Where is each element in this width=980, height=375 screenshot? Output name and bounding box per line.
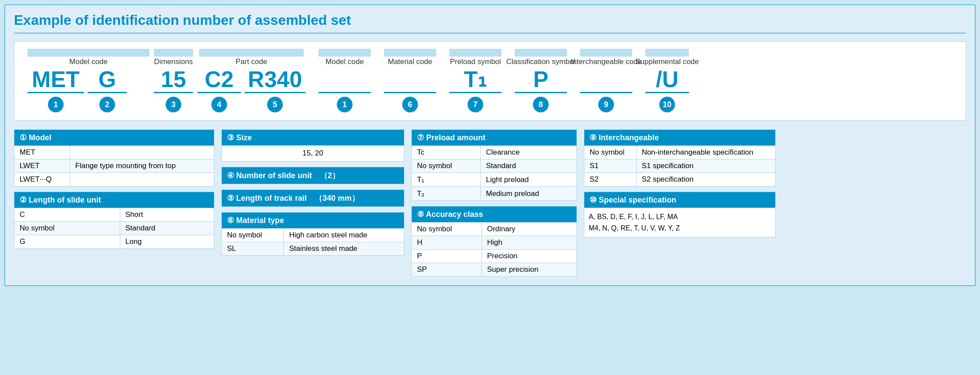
circle-number: 9	[598, 97, 614, 112]
table-cell-col1: P	[412, 250, 482, 263]
table-cell-col1: H	[412, 236, 482, 250]
table-row: MET	[14, 146, 214, 159]
table-row: SLStainless steel made	[222, 242, 404, 256]
table-cell-col1: No symbol	[412, 223, 482, 236]
table-cell-col2	[70, 146, 214, 159]
info-table-wrapper: ⑦ Preload amountTcClearanceNo symbolStan…	[411, 129, 577, 201]
info-table: ⑧ Accuracy classNo symbolOrdinaryHHighPP…	[411, 206, 577, 277]
table-row: LWETFlange type mounting from top	[14, 159, 214, 173]
info-table: ⑨ InterchangeableNo symbolNon-interchang…	[584, 129, 776, 186]
table-single-value: 15, 20	[222, 145, 404, 162]
info-table: ① ModelMETLWETFlange type mounting from …	[14, 129, 214, 186]
info-table: ③ Size15, 20	[221, 129, 404, 162]
info-table: ④ Number of slide unit （2）	[221, 167, 404, 184]
table-row: No symbolHigh carbon steel made	[222, 229, 404, 242]
info-table-wrapper: ⑩ Special specificationA, BS, D, E, F, I…	[584, 192, 776, 237]
circle-number: 4	[211, 97, 227, 112]
table-cell-col1: No symbol	[584, 146, 637, 159]
table-column-4: ⑨ InterchangeableNo symbolNon-interchang…	[584, 129, 776, 237]
table-cell-col1: SP	[412, 263, 482, 277]
code-symbol	[319, 68, 371, 93]
table-cell-col1: No symbol	[412, 159, 481, 173]
code-symbol: C2	[197, 68, 241, 93]
table-special-text: A, BS, D, E, F, I, J, L, LF, MA M4, N, Q…	[584, 208, 776, 237]
table-cell-col1: C	[14, 208, 120, 222]
table-cell-col1: Tc	[412, 146, 481, 159]
diagram-render: Model codeDimensionsPart codeModel codeM…	[27, 49, 953, 112]
table-cell-col2: High carbon steel made	[284, 229, 404, 242]
diagram-label: Interchangeable code	[570, 57, 642, 66]
table-cell-col2: Flange type mounting from top	[70, 159, 214, 173]
info-table-wrapper: ⑥ Material typeNo symbolHigh carbon stee…	[221, 212, 404, 256]
table-cell-col1: No symbol	[14, 222, 120, 235]
table-cell-col2: S1 specification	[636, 159, 775, 173]
table-header: ⑤ Length of track rail （340 mm）	[222, 190, 404, 207]
info-table: ⑦ Preload amountTcClearanceNo symbolStan…	[411, 129, 577, 201]
table-cell-col2: Super precision	[482, 263, 576, 277]
info-table-wrapper: ① ModelMETLWETFlange type mounting from …	[14, 129, 214, 186]
code-symbol: G	[88, 68, 127, 93]
table-cell-col2: Ordinary	[482, 223, 576, 236]
code-symbol	[580, 68, 632, 93]
table-row: GLong	[14, 235, 214, 249]
diagram-label: Model code	[326, 57, 364, 66]
table-cell-col1: T₂	[412, 187, 481, 201]
table-cell-col2: S2 specification	[636, 173, 775, 186]
table-header: ⑦ Preload amount	[412, 130, 577, 146]
diagram-label: Dimensions	[154, 57, 193, 66]
table-row: No symbolStandard	[14, 222, 214, 235]
table-header: ⑥ Material type	[222, 213, 404, 229]
table-header: ③ Size	[222, 130, 404, 146]
table-cell-col2: Standard	[481, 159, 577, 173]
table-cell-col2: Stainless steel made	[284, 242, 404, 256]
table-row: S1S1 specification	[584, 159, 776, 173]
table-row: T₁Light preload	[412, 173, 577, 187]
code-symbol: 15	[154, 68, 193, 93]
table-cell-col2: Non-interchangeable specification	[636, 146, 775, 159]
table-header: ④ Number of slide unit （2）	[222, 167, 404, 184]
diagram-label: Classification symbol	[506, 57, 576, 66]
diagram-label: Model code	[69, 57, 108, 66]
table-cell-col2: Medium preload	[481, 187, 577, 201]
info-table-wrapper: ⑨ InterchangeableNo symbolNon-interchang…	[584, 129, 776, 186]
table-row: PPrecision	[412, 250, 577, 263]
table-header: ⑩ Special specification	[584, 192, 776, 208]
diagram-label: Supplemental code	[635, 57, 699, 66]
circle-number: 2	[99, 97, 115, 112]
circle-number: 7	[468, 97, 483, 112]
tables-area: ① ModelMETLWETFlange type mounting from …	[14, 129, 966, 277]
info-table: ⑥ Material typeNo symbolHigh carbon stee…	[221, 212, 404, 256]
outer-container: Example of identification number of asse…	[4, 4, 976, 286]
info-table-wrapper: ⑤ Length of track rail （340 mm）	[221, 189, 404, 207]
table-cell-col2: Precision	[482, 250, 576, 263]
circle-number: 3	[166, 97, 181, 112]
table-cell-col1: S2	[584, 173, 637, 186]
circle-number: 10	[659, 97, 675, 112]
table-cell-col2: Short	[120, 208, 214, 222]
diagram-area: Model codeDimensionsPart codeModel codeM…	[14, 41, 966, 121]
circle-number: 1	[337, 97, 353, 112]
table-header: ⑨ Interchangeable	[584, 130, 776, 146]
code-symbol: T₁	[449, 68, 502, 93]
code-symbol: /U	[645, 68, 689, 93]
table-header: ① Model	[14, 130, 214, 146]
circle-number: 8	[533, 97, 549, 112]
table-row: S2S2 specification	[584, 173, 776, 186]
table-cell-col1: No symbol	[222, 229, 284, 242]
table-row: HHigh	[412, 236, 577, 250]
table-cell-col1: LWET	[14, 159, 70, 173]
circle-number: 1	[48, 97, 64, 112]
code-symbol	[384, 68, 436, 93]
info-table-wrapper: ③ Size15, 20	[221, 129, 404, 162]
table-row: No symbolStandard	[412, 159, 577, 173]
table-row: No symbolOrdinary	[412, 223, 577, 236]
info-table-wrapper: ④ Number of slide unit （2）	[221, 167, 404, 184]
table-cell-col1: LWET···Q	[14, 173, 70, 186]
table-cell-col2: Long	[120, 235, 214, 249]
diagram-label: Material code	[388, 57, 432, 66]
table-cell-col2: Light preload	[481, 173, 577, 187]
page-title: Example of identification number of asse…	[14, 12, 966, 34]
table-cell-col2: High	[482, 236, 576, 250]
table-row: CShort	[14, 208, 214, 222]
table-cell-col2: Standard	[120, 222, 214, 235]
